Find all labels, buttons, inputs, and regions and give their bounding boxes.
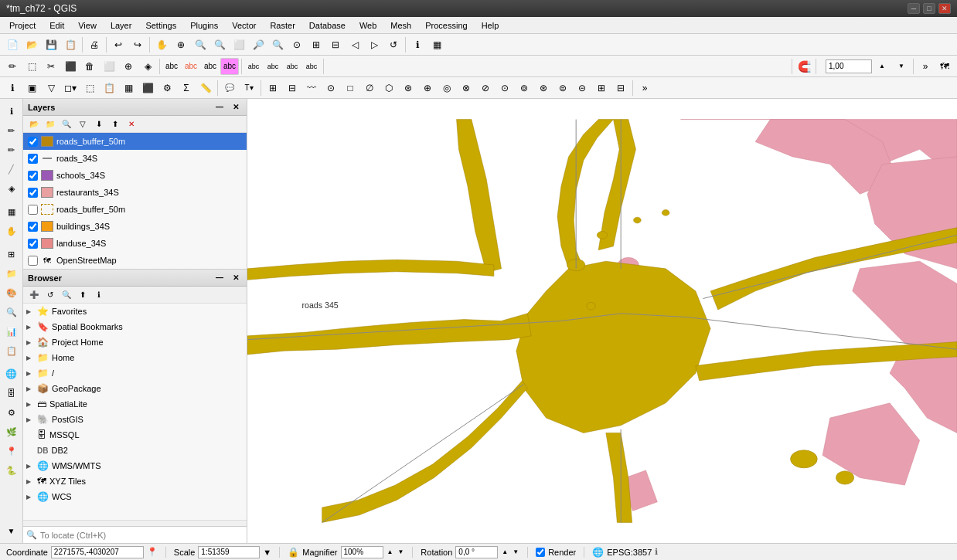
identify-button[interactable]: ℹ xyxy=(408,36,427,53)
left-filter-btn[interactable]: 🔍 xyxy=(2,303,21,321)
browser-item-xyz[interactable]: ▶ 🗺 XYZ Tiles xyxy=(23,473,247,489)
browser-item-spatialite[interactable]: ▶ 🗃 SpatiaLite xyxy=(23,396,247,412)
label-abc-1[interactable]: abc xyxy=(162,58,181,75)
label-tool-move[interactable]: abc xyxy=(264,58,282,75)
browser-item-favorites[interactable]: ▶ ⭐ Favorites xyxy=(23,304,247,319)
attr-select-location[interactable]: ◻▾ xyxy=(61,80,80,97)
layer-item-roads-buffer[interactable]: roads_buffer_50m xyxy=(23,133,247,150)
zoom-next-button[interactable]: ▷ xyxy=(365,36,383,53)
browser-item-home[interactable]: ▶ 📁 Home xyxy=(23,350,247,365)
attr-more-7[interactable]: ⊙ xyxy=(496,80,514,97)
print-button[interactable]: 🖨 xyxy=(85,36,104,53)
browser-item-mssql[interactable]: ▶ 🗄 MSSQL xyxy=(23,427,247,443)
left-coords-btn[interactable]: 📍 xyxy=(2,442,21,460)
layer-item-buildings[interactable]: buildings_34S xyxy=(23,218,247,235)
attr-select-freehand[interactable]: 〰 xyxy=(302,80,321,97)
magnifier-input[interactable] xyxy=(341,546,383,558)
menu-project[interactable]: Project xyxy=(3,19,42,32)
attr-identify[interactable]: ℹ xyxy=(3,80,22,97)
browser-item-wcs[interactable]: ▶ 🌐 WCS xyxy=(23,489,247,504)
left-grass-btn[interactable]: 🌿 xyxy=(2,423,21,441)
layers-collapse-btn[interactable]: ⬆ xyxy=(107,117,123,131)
left-plugin-btn[interactable]: ⚙ xyxy=(2,403,21,422)
map-area[interactable]: roads 345 xyxy=(247,99,957,543)
layer-item-osm[interactable]: 🗺 OpenStreetMap xyxy=(23,252,247,269)
left-db-btn[interactable]: 🗄 xyxy=(2,384,21,402)
menu-help[interactable]: Help xyxy=(475,19,506,32)
menu-layer[interactable]: Layer xyxy=(104,19,138,32)
zoom-full-extent-button[interactable]: ⊟ xyxy=(326,36,345,53)
layers-remove-btn[interactable]: ✕ xyxy=(124,117,139,131)
zoom-in-button[interactable]: 🔍 xyxy=(191,36,209,53)
scale-dropdown-icon[interactable]: ▼ xyxy=(263,548,271,557)
attr-select-region[interactable]: ▣ xyxy=(22,80,41,97)
layer-item-roads[interactable]: roads_34S xyxy=(23,150,247,167)
label-abc-2[interactable]: abc xyxy=(201,58,220,75)
menu-processing[interactable]: Processing xyxy=(419,19,473,32)
attr-sum[interactable]: Σ xyxy=(177,80,196,97)
attr-more-2[interactable]: ⊛ xyxy=(399,80,417,97)
coordinate-input[interactable] xyxy=(51,546,144,558)
zoom-out-button[interactable]: 🔍 xyxy=(210,36,229,53)
attr-more-btn[interactable]: » xyxy=(635,80,654,97)
browser-panel-close[interactable]: ✕ xyxy=(230,272,242,283)
attr-more-11[interactable]: ⊝ xyxy=(573,80,591,97)
pan-map-button[interactable]: ⊕ xyxy=(172,36,190,53)
attr-diagram[interactable]: ⬛ xyxy=(138,80,157,97)
zoom-rubber-band-button[interactable]: ⬜ xyxy=(230,36,248,53)
select-features-button[interactable]: ▦ xyxy=(427,36,446,53)
left-style-btn[interactable]: 🎨 xyxy=(2,283,21,302)
layer-checkbox-landuse[interactable] xyxy=(28,239,38,249)
browser-item-postgis[interactable]: ▶ 🐘 PostGIS xyxy=(23,412,247,427)
undo-button[interactable]: ↩ xyxy=(109,36,128,53)
left-metadata-btn[interactable]: 📋 xyxy=(2,341,21,360)
menu-raster[interactable]: Raster xyxy=(264,19,301,32)
attr-deselect[interactable]: ⬚ xyxy=(80,80,99,97)
attr-measure[interactable]: 📏 xyxy=(196,80,215,97)
attr-more-5[interactable]: ⊗ xyxy=(457,80,475,97)
browser-scrollbar[interactable] xyxy=(23,520,247,526)
browser-collapse-btn[interactable]: ⬆ xyxy=(75,288,90,302)
browser-item-geopackage[interactable]: ▶ 📦 GeoPackage xyxy=(23,381,247,396)
layers-filter-btn[interactable]: 🔍 xyxy=(59,117,74,131)
save-project-button[interactable]: 💾 xyxy=(42,36,60,53)
attr-select-dropdown[interactable]: ▽ xyxy=(42,80,60,97)
attr-more-3[interactable]: ⊕ xyxy=(418,80,437,97)
left-draw-btn[interactable]: ✏ xyxy=(2,141,21,159)
left-digitize-btn[interactable]: ╱ xyxy=(2,160,21,178)
attr-more-4[interactable]: ◎ xyxy=(438,80,456,97)
refresh-button[interactable]: ↺ xyxy=(384,36,403,53)
attr-text[interactable]: T▾ xyxy=(240,80,258,97)
attr-select-poly[interactable]: ⊟ xyxy=(283,80,301,97)
layer-item-restaurants[interactable]: restaurants_34S xyxy=(23,184,247,201)
label-tool-7[interactable]: ⊕ xyxy=(119,58,138,75)
layers-panel-toggle[interactable]: — xyxy=(213,101,226,113)
redo-button[interactable]: ↪ xyxy=(128,36,147,53)
save-as-button[interactable]: 📋 xyxy=(61,36,80,53)
layers-expand-btn[interactable]: ⬇ xyxy=(91,117,107,131)
attr-more-1[interactable]: ⬡ xyxy=(380,80,398,97)
attr-more-10[interactable]: ⊜ xyxy=(553,80,572,97)
new-project-button[interactable]: 📄 xyxy=(3,36,22,53)
browser-item-db2[interactable]: ▶ DB DB2 xyxy=(23,443,247,458)
menu-database[interactable]: Database xyxy=(303,19,352,32)
label-tool-pin[interactable]: abc xyxy=(244,58,263,75)
zoom-native-button[interactable]: ⊙ xyxy=(288,36,306,53)
browser-filter-btn[interactable]: 🔍 xyxy=(59,288,74,302)
left-stats-btn[interactable]: 📊 xyxy=(2,322,21,341)
layers-filter-layer-btn[interactable]: ▽ xyxy=(75,117,90,131)
layer-checkbox-buildings[interactable] xyxy=(28,222,38,232)
attr-action[interactable]: ⚙ xyxy=(158,80,176,97)
close-button[interactable]: ✕ xyxy=(938,3,951,14)
scale-status-input[interactable] xyxy=(198,546,260,558)
layer-checkbox-schools[interactable] xyxy=(28,171,38,181)
left-select-btn[interactable]: ▦ xyxy=(2,202,21,221)
label-tool-3[interactable]: ✂ xyxy=(42,58,60,75)
label-abc-color[interactable]: abc xyxy=(182,58,200,75)
attr-more-6[interactable]: ⊘ xyxy=(476,80,495,97)
label-tool-1[interactable]: ✏ xyxy=(3,58,22,75)
attr-stats[interactable]: ▦ xyxy=(119,80,138,97)
menu-web[interactable]: Web xyxy=(353,19,383,32)
open-project-button[interactable]: 📂 xyxy=(22,36,41,53)
attr-more-12[interactable]: ⊞ xyxy=(592,80,611,97)
